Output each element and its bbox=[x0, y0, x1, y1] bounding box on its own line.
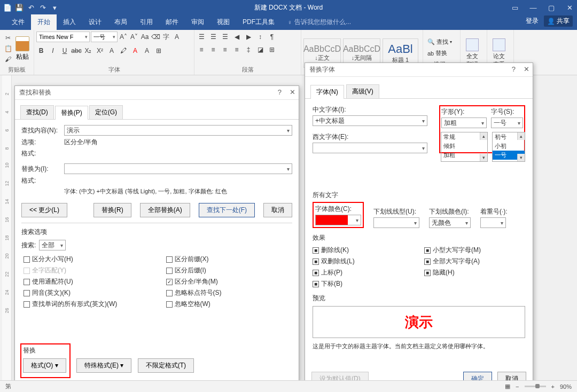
font-style-list[interactable]: 常规 倾斜 加粗 ▴ ▾ bbox=[441, 132, 488, 162]
shrink-font-icon[interactable]: A˅ bbox=[129, 32, 139, 42]
indent-inc-icon[interactable]: ▶ bbox=[244, 32, 253, 42]
tab-design[interactable]: 设计 bbox=[82, 14, 108, 30]
font-size-input[interactable]: 一号 bbox=[491, 117, 523, 128]
underline-button[interactable]: U bbox=[60, 45, 69, 56]
west-font-select[interactable] bbox=[313, 143, 427, 153]
tab-insert[interactable]: 插入 bbox=[57, 14, 82, 30]
tell-me[interactable]: ♀ 告诉我您想做什么... bbox=[287, 18, 351, 30]
copy-icon[interactable]: 📋 bbox=[3, 44, 13, 53]
ribbon-options-icon[interactable]: ▭ bbox=[511, 3, 519, 12]
maximize-icon[interactable]: ▢ bbox=[547, 3, 556, 12]
font-size-list[interactable]: 初号 小初 一号 ▴ ▾ bbox=[492, 132, 525, 162]
close-icon[interactable]: ✕ bbox=[565, 3, 574, 12]
scroll-up-icon[interactable]: ▴ bbox=[480, 132, 487, 140]
chk-sub[interactable]: ■下标(B) bbox=[313, 279, 414, 288]
scroll-up-icon[interactable]: ▴ bbox=[517, 132, 525, 140]
superscript-button[interactable]: X² bbox=[95, 45, 105, 56]
chk-dstrike[interactable]: ■双删除线(L) bbox=[313, 257, 414, 266]
chk-allcaps[interactable]: ■全部大写字母(A) bbox=[424, 257, 525, 266]
view-icon[interactable]: ▦ bbox=[505, 383, 510, 390]
tab-layout[interactable]: 布局 bbox=[108, 14, 134, 30]
find-menu[interactable]: 🔍查找▾ bbox=[425, 37, 454, 47]
justify-icon[interactable]: ≡ bbox=[232, 44, 241, 55]
tab-file[interactable]: 文件 bbox=[5, 14, 31, 30]
indent-dec-icon[interactable]: ◀ bbox=[232, 32, 241, 42]
chk-super[interactable]: ■上标(P) bbox=[313, 268, 414, 277]
shading-icon[interactable]: ◪ bbox=[255, 44, 265, 55]
bold-button[interactable]: B bbox=[36, 45, 46, 56]
align-left-icon[interactable]: ≡ bbox=[197, 44, 206, 55]
highlight-icon[interactable]: 🖍 bbox=[119, 45, 128, 56]
chk-punct[interactable]: 忽略标点符号(S) bbox=[166, 288, 293, 297]
tab-references[interactable]: 引用 bbox=[134, 14, 159, 30]
no-format-button[interactable]: 不限定格式(T) bbox=[138, 358, 194, 373]
text-effects-icon[interactable]: A bbox=[107, 45, 116, 56]
tab-home[interactable]: 开始 bbox=[31, 14, 57, 30]
chk-prefix[interactable]: 区分前缀(X) bbox=[166, 255, 293, 264]
save-icon[interactable]: 💾 bbox=[15, 3, 24, 12]
align-right-icon[interactable]: ≡ bbox=[220, 44, 230, 55]
show-marks-icon[interactable]: ¶ bbox=[267, 32, 277, 42]
format-button[interactable]: 格式(O) ▾ bbox=[23, 358, 66, 373]
change-case-icon[interactable]: Aa bbox=[140, 32, 150, 42]
chk-hidden[interactable]: ■隐藏(H) bbox=[424, 268, 525, 277]
redo-icon[interactable]: ↷ bbox=[38, 3, 47, 12]
font-style-input[interactable]: 加粗 bbox=[441, 117, 487, 128]
underline-style-select[interactable] bbox=[373, 217, 419, 228]
tab-find[interactable]: 查找(D) bbox=[20, 105, 54, 119]
multilevel-icon[interactable]: ☰ bbox=[220, 32, 230, 42]
chk-fullhalf[interactable]: ✓区分全/半角(M) bbox=[166, 277, 293, 286]
replace-all-button[interactable]: 全部替换(A) bbox=[140, 203, 190, 217]
paste-button[interactable]: 粘贴 bbox=[13, 36, 32, 61]
emphasis-select[interactable] bbox=[480, 217, 506, 228]
cn-font-select[interactable]: +中文标题 bbox=[313, 115, 427, 126]
cut-icon[interactable]: ✂ bbox=[3, 33, 13, 43]
replace-input[interactable] bbox=[64, 163, 292, 174]
tab-review[interactable]: 审阅 bbox=[185, 14, 210, 30]
sort-icon[interactable]: ↕ bbox=[255, 32, 265, 42]
font-name-combo[interactable]: Times New F bbox=[36, 32, 90, 42]
tab-replace[interactable]: 替换(P) bbox=[55, 106, 88, 120]
scroll-down-icon[interactable]: ▾ bbox=[517, 154, 525, 161]
tab-view[interactable]: 视图 bbox=[210, 14, 236, 30]
strike-button[interactable]: abc bbox=[72, 45, 81, 56]
enclose-icon[interactable]: A bbox=[172, 32, 182, 42]
font-color-select[interactable] bbox=[315, 215, 361, 225]
phonetic-icon[interactable]: 字 bbox=[161, 32, 171, 42]
tab-goto[interactable]: 定位(G) bbox=[89, 105, 123, 119]
underline-color-select[interactable]: 无颜色 bbox=[429, 217, 471, 228]
char-border-icon[interactable]: A bbox=[142, 45, 152, 56]
chk-forms[interactable]: 查找单词的所有形式(英文)(W) bbox=[24, 300, 150, 309]
zoom-in-icon[interactable]: + bbox=[551, 383, 555, 390]
less-button[interactable]: << 更少(L) bbox=[21, 203, 67, 217]
format-painter-icon[interactable]: 🖌 bbox=[3, 54, 13, 64]
char-shading-icon[interactable]: ⊞ bbox=[154, 45, 163, 56]
replace-menu[interactable]: ab替换 bbox=[425, 48, 454, 58]
cancel-button[interactable]: 取消 bbox=[263, 203, 292, 217]
font-dlg-close-icon[interactable]: ✕ bbox=[524, 65, 529, 73]
search-scope-select[interactable]: 全部 bbox=[39, 240, 66, 250]
scroll-down-icon[interactable]: ▾ bbox=[480, 154, 487, 161]
chk-match-case[interactable]: 区分大小写(H) bbox=[24, 255, 150, 264]
clear-format-icon[interactable]: ⌫ bbox=[151, 32, 160, 42]
font-size-combo[interactable]: 一号 bbox=[91, 32, 118, 42]
find-next-button[interactable]: 查找下一处(F) bbox=[199, 203, 255, 217]
numbering-icon[interactable]: ☰ bbox=[208, 32, 218, 42]
qat-more-icon[interactable]: ▾ bbox=[50, 3, 59, 12]
help-icon[interactable]: ? bbox=[278, 88, 282, 96]
line-spacing-icon[interactable]: ‡ bbox=[244, 44, 253, 55]
minimize-icon[interactable]: — bbox=[529, 3, 537, 12]
chk-smallcaps[interactable]: ■小型大写字母(M) bbox=[424, 246, 525, 255]
chk-suffix[interactable]: 区分后缀(I) bbox=[166, 266, 293, 275]
zoom-slider[interactable] bbox=[525, 386, 546, 387]
borders-icon[interactable]: ⊞ bbox=[267, 44, 277, 55]
chk-strike[interactable]: ■删除线(K) bbox=[313, 246, 414, 255]
grow-font-icon[interactable]: A˄ bbox=[119, 32, 128, 42]
find-input[interactable]: 演示 bbox=[64, 125, 292, 136]
undo-icon[interactable]: ↶ bbox=[27, 3, 35, 12]
chk-sounds[interactable]: 同音(英文)(K) bbox=[24, 288, 150, 297]
font-tab-advanced[interactable]: 高级(V) bbox=[346, 84, 379, 98]
close-icon[interactable]: ✕ bbox=[290, 88, 295, 96]
tab-pdf[interactable]: PDF工具集 bbox=[236, 14, 281, 30]
italic-button[interactable]: I bbox=[48, 45, 58, 56]
